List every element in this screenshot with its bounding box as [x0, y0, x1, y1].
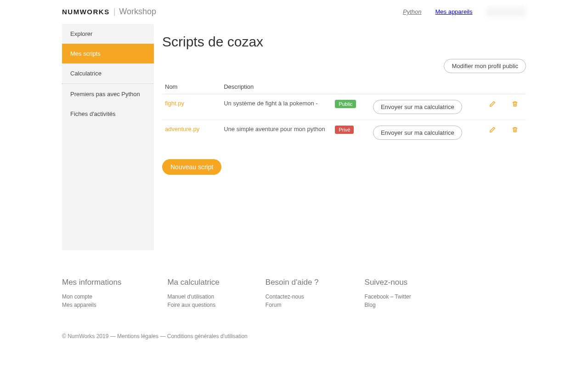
footer-heading: Mes informations	[62, 278, 121, 287]
brand-subtitle[interactable]: Workshop	[119, 7, 156, 17]
header-left: NUMWORKS | Workshop	[62, 7, 156, 17]
footer-link-faq[interactable]: Foire aux questions	[167, 302, 219, 308]
sidebar-item-first-steps[interactable]: Premiers pas avec Python	[62, 84, 154, 104]
footer-link-forum[interactable]: Forum	[266, 302, 319, 308]
edit-profile-button[interactable]: Modifier mon profil public	[444, 59, 526, 73]
nav-devices[interactable]: Mes appareils	[435, 8, 472, 15]
script-description: Une simple aventure pour mon python	[221, 120, 332, 146]
profile-button-row: Modifier mon profil public	[162, 59, 526, 73]
footer-col-follow: Suivez-nous Facebook – Twitter Blog	[365, 278, 411, 310]
footer-col-info: Mes informations Mon compte Mes appareil…	[62, 278, 121, 310]
footer-col-calc: Ma calculatrice Manuel d'utilisation Foi…	[167, 278, 219, 310]
visibility-badge-private: Privé	[335, 126, 354, 134]
page-title: Scripts de cozax	[162, 34, 526, 50]
footer-link-blog[interactable]: Blog	[365, 302, 411, 308]
table-row: fight.py Un système de fight à la pokemo…	[162, 94, 526, 120]
copyright: © NumWorks 2019 — Mentions légales — Con…	[62, 333, 526, 339]
visibility-badge-public: Public	[335, 100, 356, 108]
footer-heading: Besoin d'aide ?	[266, 278, 319, 287]
footer-link-manual[interactable]: Manuel d'utilisation	[167, 293, 219, 300]
send-to-calculator-button[interactable]: Envoyer sur ma calculatrice	[373, 126, 462, 140]
layout: Explorer Mes scripts Calculatrice Premie…	[62, 24, 526, 250]
table-header-row: Nom Description	[162, 80, 526, 94]
footer-heading: Ma calculatrice	[167, 278, 219, 287]
sidebar-item-activities[interactable]: Fiches d'activités	[62, 104, 154, 124]
script-name-link[interactable]: adventure.py	[165, 126, 199, 132]
footer-link-devices[interactable]: Mes appareils	[62, 302, 121, 308]
scripts-table: Nom Description fight.py Un système de f…	[162, 80, 526, 145]
trash-icon[interactable]	[512, 126, 518, 133]
sidebar-item-calculator[interactable]: Calculatrice	[62, 63, 154, 83]
sidebar: Explorer Mes scripts Calculatrice Premie…	[62, 24, 154, 250]
trash-icon[interactable]	[512, 100, 518, 107]
footer-link-social[interactable]: Facebook – Twitter	[365, 293, 411, 300]
column-name: Nom	[162, 80, 221, 94]
user-menu[interactable]	[486, 6, 526, 17]
footer-heading: Suivez-nous	[365, 278, 411, 287]
brand-logo[interactable]: NUMWORKS	[62, 8, 110, 16]
pencil-icon[interactable]	[489, 126, 496, 133]
nav-python[interactable]: Python	[403, 8, 421, 15]
footer-link-contact[interactable]: Contactez-nous	[266, 293, 319, 300]
header-nav: Python Mes appareils	[403, 6, 526, 17]
footer-col-help: Besoin d'aide ? Contactez-nous Forum	[266, 278, 319, 310]
pencil-icon[interactable]	[489, 100, 496, 107]
script-name-link[interactable]: fight.py	[165, 100, 184, 107]
footer: Mes informations Mon compte Mes appareil…	[62, 269, 526, 358]
sidebar-item-my-scripts[interactable]: Mes scripts	[62, 44, 154, 63]
script-description: Un système de fight à la pokemon -	[221, 94, 332, 120]
column-description: Description	[221, 80, 332, 94]
new-script-button[interactable]: Nouveau script	[162, 159, 221, 175]
footer-columns: Mes informations Mon compte Mes appareil…	[62, 278, 526, 310]
brand-divider: |	[113, 7, 116, 17]
main-content: Scripts de cozax Modifier mon profil pub…	[154, 24, 526, 185]
footer-link-account[interactable]: Mon compte	[62, 293, 121, 300]
header: NUMWORKS | Workshop Python Mes appareils	[62, 0, 526, 24]
send-to-calculator-button[interactable]: Envoyer sur ma calculatrice	[373, 100, 462, 114]
sidebar-item-explore[interactable]: Explorer	[62, 24, 154, 44]
table-row: adventure.py Une simple aventure pour mo…	[162, 120, 526, 146]
